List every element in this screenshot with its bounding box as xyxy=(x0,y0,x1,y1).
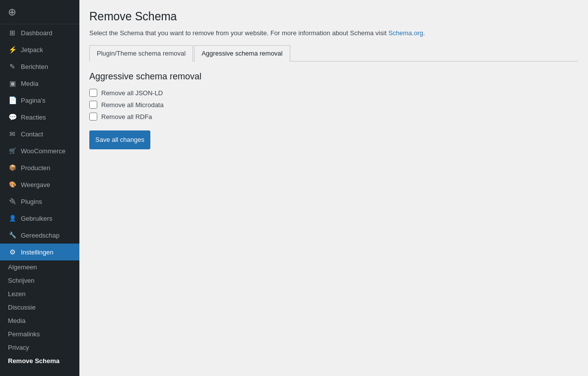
sidebar-item-label: Plugins xyxy=(21,198,42,205)
aggressive-content: Aggressive schema removal Remove all JSO… xyxy=(89,71,578,149)
sidebar-item-label: Gebruikers xyxy=(21,215,53,222)
page-title: Remove Schema xyxy=(89,10,578,23)
tab-plugin-theme-label: Plugin/Theme schema removal xyxy=(97,50,186,57)
tabs-container: Plugin/Theme schema removal Aggressive s… xyxy=(89,45,578,62)
section-title: Aggressive schema removal xyxy=(89,71,578,82)
contact-icon: ✉ xyxy=(8,129,17,138)
sidebar-item-producten[interactable]: 📦 Producten xyxy=(0,159,79,176)
schema-org-link[interactable]: Schema.org xyxy=(389,29,423,37)
sidebar: ⊕ ⊞ Dashboard ⚡ Jetpack ✎ Berichten ▣ Me… xyxy=(0,0,79,376)
sidebar-item-label: Reacties xyxy=(21,114,46,121)
sidebar-item-jetpack[interactable]: ⚡ Jetpack xyxy=(0,41,79,58)
submenu-item-lezen[interactable]: Lezen xyxy=(0,287,79,301)
sidebar-item-gebruikers[interactable]: 👤 Gebruikers xyxy=(0,210,79,227)
sidebar-item-woocommerce[interactable]: 🛒 WooCommerce xyxy=(0,142,79,159)
sidebar-item-media[interactable]: ▣ Media xyxy=(0,75,79,92)
berichten-icon: ✎ xyxy=(8,62,17,71)
checkbox-rdfa-label[interactable]: Remove all RDFa xyxy=(89,113,578,121)
sidebar-item-label: Producten xyxy=(21,164,50,172)
sidebar-item-label: Berichten xyxy=(21,63,48,70)
sidebar-item-label: Instellingen xyxy=(21,249,54,256)
sidebar-item-label: Jetpack xyxy=(21,46,43,54)
sidebar-item-label: Pagina's xyxy=(21,97,45,104)
checkbox-microdata-text: Remove all Microdata xyxy=(101,101,164,109)
page-description: Select the Schema that you want to remov… xyxy=(89,29,578,37)
sidebar-nav: ⊞ Dashboard ⚡ Jetpack ✎ Berichten ▣ Medi… xyxy=(0,24,79,260)
submenu-item-permalinks[interactable]: Permalinks xyxy=(0,327,79,341)
paginas-icon: 📄 xyxy=(8,96,17,105)
checkbox-rdfa-text: Remove all RDFa xyxy=(101,113,152,121)
sidebar-item-label: Media xyxy=(21,80,38,87)
sidebar-item-contact[interactable]: ✉ Contact xyxy=(0,125,79,142)
media-icon: ▣ xyxy=(8,79,17,88)
sidebar-item-label: Weergave xyxy=(21,181,50,188)
dashboard-icon: ⊞ xyxy=(8,28,17,37)
sidebar-item-gereedschap[interactable]: 🔧 Gereedschap xyxy=(0,227,79,244)
main-content: Remove Schema Select the Schema that you… xyxy=(79,0,588,376)
wp-logo-icon: ⊕ xyxy=(8,6,16,18)
sidebar-item-reacties[interactable]: 💬 Reacties xyxy=(0,109,79,125)
submenu-item-algemeen[interactable]: Algemeen xyxy=(0,260,79,274)
plugins-icon: 🔌 xyxy=(8,197,17,206)
tab-aggressive[interactable]: Aggressive schema removal xyxy=(194,45,290,62)
gereedschap-icon: 🔧 xyxy=(8,231,17,240)
instellingen-submenu: Algemeen Schrijven Lezen Discussie Media… xyxy=(0,260,79,368)
sidebar-item-berichten[interactable]: ✎ Berichten xyxy=(0,58,79,75)
checkbox-json-ld-label[interactable]: Remove all JSON-LD xyxy=(89,89,578,97)
producten-icon: 📦 xyxy=(8,163,17,172)
checkbox-microdata-label[interactable]: Remove all Microdata xyxy=(89,101,578,109)
sidebar-item-dashboard[interactable]: ⊞ Dashboard xyxy=(0,24,79,41)
woocommerce-icon: 🛒 xyxy=(8,146,17,155)
sidebar-item-weergave[interactable]: 🎨 Weergave xyxy=(0,176,79,193)
sidebar-item-label: Dashboard xyxy=(21,29,53,37)
submenu-item-discussie[interactable]: Discussie xyxy=(0,301,79,314)
checkbox-group: Remove all JSON-LD Remove all Microdata … xyxy=(89,89,578,121)
checkbox-json-ld-text: Remove all JSON-LD xyxy=(101,89,163,97)
submenu-item-schrijven[interactable]: Schrijven xyxy=(0,274,79,287)
sidebar-item-label: Gereedschap xyxy=(21,232,60,239)
sidebar-item-label: WooCommerce xyxy=(21,147,65,155)
sidebar-item-plugins[interactable]: 🔌 Plugins xyxy=(0,193,79,210)
weergave-icon: 🎨 xyxy=(8,180,17,189)
sidebar-item-paginas[interactable]: 📄 Pagina's xyxy=(0,92,79,109)
save-all-changes-button[interactable]: Save all changes xyxy=(89,130,150,149)
instellingen-icon: ⚙ xyxy=(8,248,17,256)
tab-aggressive-label: Aggressive schema removal xyxy=(201,50,282,57)
jetpack-icon: ⚡ xyxy=(8,45,17,54)
tab-plugin-theme[interactable]: Plugin/Theme schema removal xyxy=(89,45,193,62)
submenu-item-media[interactable]: Media xyxy=(0,314,79,327)
gebruikers-icon: 👤 xyxy=(8,214,17,223)
submenu-item-privacy[interactable]: Privacy xyxy=(0,341,79,354)
submenu-item-remove-schema[interactable]: Remove Schema xyxy=(0,354,79,368)
wp-logo: ⊕ xyxy=(0,0,79,24)
sidebar-item-label: Contact xyxy=(21,130,43,138)
checkbox-json-ld[interactable] xyxy=(89,89,97,97)
sidebar-item-instellingen[interactable]: ⚙ Instellingen xyxy=(0,244,79,260)
checkbox-microdata[interactable] xyxy=(89,101,97,109)
reacties-icon: 💬 xyxy=(8,113,17,122)
description-text: Select the Schema that you want to remov… xyxy=(89,29,387,37)
checkbox-rdfa[interactable] xyxy=(89,113,97,121)
